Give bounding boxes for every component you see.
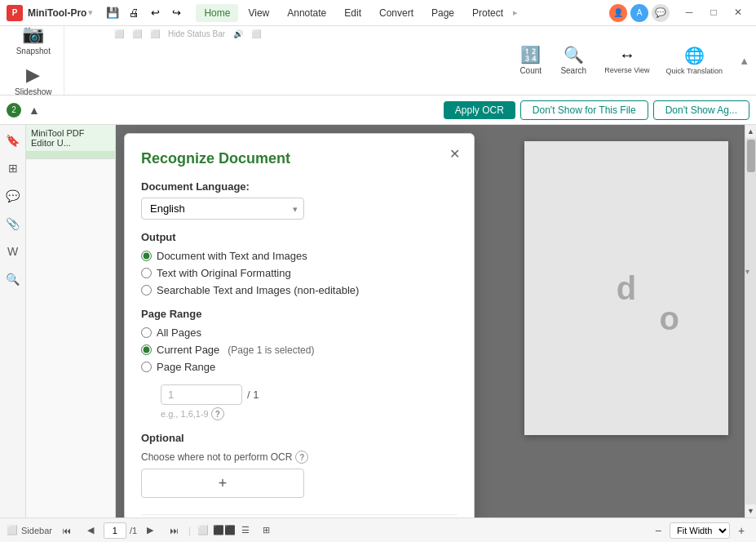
notif-bar: 2 ▲ Apply OCR Don't Show for This File D… xyxy=(0,96,756,125)
output-option-1[interactable]: Text with Original Formatting xyxy=(141,267,458,279)
sidebar-attach-icon[interactable]: 📎 xyxy=(2,213,24,234)
output-radio-1[interactable] xyxy=(141,268,152,278)
account-icon[interactable]: A xyxy=(630,4,648,22)
page-range-current-note: (Page 1 is selected) xyxy=(228,344,314,356)
dont-show-again-btn[interactable]: Don't Show Ag... xyxy=(653,100,749,120)
menu-protect[interactable]: Protect xyxy=(464,4,511,22)
optional-section-title: Optional xyxy=(141,432,458,444)
snapshot-btn[interactable]: 📷 Snapshot xyxy=(10,20,57,60)
page-back-start-btn[interactable]: ⏮ xyxy=(55,524,77,537)
snapshot-label: Snapshot xyxy=(16,47,51,56)
doc-language-group: Document Language: English Chinese (Simp… xyxy=(141,180,458,220)
close-btn[interactable]: ✕ xyxy=(727,4,749,20)
page-range-label-all: All Pages xyxy=(157,327,201,339)
apply-ocr-btn[interactable]: Apply OCR xyxy=(444,101,515,119)
ribbon-expand-btn[interactable]: ▲ xyxy=(736,26,753,95)
dialog-title: Recognize Document xyxy=(141,150,458,167)
zoom-select[interactable]: Fit Width Fit Page 100% 150% xyxy=(670,522,730,539)
quick-translation-btn[interactable]: 🌐 Quick Translation xyxy=(660,42,730,79)
doc-language-label: Document Language: xyxy=(141,180,458,193)
thumbnail-view-btn[interactable]: ⊞ xyxy=(258,522,276,540)
ribbon-right-tools: 🔢 Count 🔍 Search ↔ Reverse View 🌐 Quick … xyxy=(512,26,736,95)
count-btn[interactable]: 🔢 Count xyxy=(512,42,549,79)
zoom-out-btn[interactable]: − xyxy=(650,522,666,539)
page-range-radio-current[interactable] xyxy=(141,344,152,355)
slideshow-label: Slideshow xyxy=(15,87,52,97)
notif-badge: 2 xyxy=(7,103,21,118)
ribbon: ⬜⬜⬜ Hide Status Bar 🔊⬜ 📷 Snapshot ▶ Slid… xyxy=(0,26,756,96)
single-page-view-btn[interactable]: ⬜ xyxy=(194,522,212,540)
reverse-view-btn[interactable]: ↔ Reverse View xyxy=(598,42,656,78)
page-back-btn[interactable]: ◀ xyxy=(81,523,100,537)
page-number-input[interactable] xyxy=(104,522,126,539)
language-select[interactable]: English Chinese (Simplified) French Germ… xyxy=(141,198,304,220)
user-avatar[interactable]: 👤 xyxy=(609,4,627,22)
output-section-title: Output xyxy=(141,231,458,243)
optional-hint: Choose where not to perform OCR ? xyxy=(141,451,458,464)
page-forward-end-btn[interactable]: ⏭ xyxy=(163,524,185,537)
minimize-btn[interactable]: ─ xyxy=(678,4,701,20)
sidebar-grid-icon[interactable]: ⊞ xyxy=(2,158,24,179)
sidebar-bookmark-icon[interactable]: 🔖 xyxy=(2,130,24,151)
output-radio-2[interactable] xyxy=(141,285,152,295)
scroll-down-btn[interactable]: ▼ xyxy=(745,504,757,518)
page-range-option-current[interactable]: Current Page (Page 1 is selected) xyxy=(141,344,458,356)
page-range-option-all[interactable]: All Pages xyxy=(141,327,458,339)
scroll-track[interactable] xyxy=(745,138,756,504)
chat-icon[interactable]: 💬 xyxy=(652,4,670,22)
output-option-0[interactable]: Document with Text and Images xyxy=(141,250,458,262)
undo-btn[interactable]: ↩ xyxy=(145,3,165,23)
page-forward-btn[interactable]: ▶ xyxy=(140,523,160,537)
add-ocr-exclusion-btn[interactable]: + xyxy=(141,469,304,498)
zoom-in-btn[interactable]: + xyxy=(733,522,749,539)
sidebar-word-icon[interactable]: W xyxy=(2,241,24,262)
quick-translation-label: Quick Translation xyxy=(666,67,723,76)
page-range-label-custom: Page Range xyxy=(157,361,215,373)
page-range-group: Page Range All Pages Current Page (Page … xyxy=(141,308,458,420)
optional-help-icon[interactable]: ? xyxy=(295,451,308,464)
menu-more[interactable]: ▸ xyxy=(513,7,518,18)
redo-btn[interactable]: ↪ xyxy=(166,3,186,23)
main-layout: 🔖 ⊞ 💬 📎 W 🔍 MiniTool PDF Editor U... d o… xyxy=(0,125,756,518)
scroll-up-btn[interactable]: ▲ xyxy=(745,125,757,138)
add-icon: + xyxy=(219,475,228,492)
maximize-btn[interactable]: □ xyxy=(702,4,725,20)
menu-home[interactable]: Home xyxy=(196,4,238,22)
save-btn[interactable]: 💾 xyxy=(103,3,122,23)
file-panel-title: MiniTool PDF Editor U... xyxy=(31,128,84,148)
slideshow-btn[interactable]: ▶ Slideshow xyxy=(8,61,59,100)
output-label-1: Text with Original Formatting xyxy=(157,267,291,279)
page-range-option-custom[interactable]: Page Range xyxy=(141,361,458,373)
content-area: d o ✕ Recognize Document Document Langua… xyxy=(116,125,745,518)
output-radio-0[interactable] xyxy=(141,251,152,261)
file-panel-header: MiniTool PDF Editor U... xyxy=(26,125,115,152)
menu-page[interactable]: Page xyxy=(423,4,462,22)
output-label-0: Document with Text and Images xyxy=(157,250,307,262)
page-range-section-title: Page Range xyxy=(141,308,458,320)
page-range-input[interactable] xyxy=(161,384,242,405)
search-btn[interactable]: 🔍 Search xyxy=(552,42,595,79)
notif-expand-btn[interactable]: ▲ xyxy=(26,102,42,118)
optional-section: Optional Choose where not to perform OCR… xyxy=(141,432,458,498)
page-range-help-icon[interactable]: ? xyxy=(211,407,224,420)
output-option-2[interactable]: Searchable Text and Images (non-editable… xyxy=(141,284,458,296)
dont-show-file-btn[interactable]: Don't Show for This File xyxy=(520,100,648,120)
left-sidebar: 🔖 ⊞ 💬 📎 W 🔍 xyxy=(0,125,26,518)
right-scrollbar: ▲ ▼ xyxy=(745,125,756,518)
scroll-view-btn[interactable]: ☰ xyxy=(237,522,254,540)
page-range-radio-all[interactable] xyxy=(141,327,152,338)
file-panel: MiniTool PDF Editor U... xyxy=(26,125,116,518)
page-range-radio-custom[interactable] xyxy=(141,362,152,372)
double-page-view-btn[interactable]: ⬛⬛ xyxy=(215,522,233,540)
menu-view[interactable]: View xyxy=(240,4,277,22)
menu-annotate[interactable]: Annotate xyxy=(279,4,334,22)
sidebar-search-icon[interactable]: 🔍 xyxy=(2,269,24,290)
file-item[interactable] xyxy=(26,152,115,159)
page-range-label-current: Current Page xyxy=(157,344,219,356)
menu-edit[interactable]: Edit xyxy=(336,4,369,22)
sidebar-comment-icon[interactable]: 💬 xyxy=(2,185,24,207)
menu-convert[interactable]: Convert xyxy=(371,4,422,22)
dialog-close-btn[interactable]: ✕ xyxy=(444,144,464,163)
print-btn[interactable]: 🖨 xyxy=(124,3,144,23)
window-controls: 👤 A 💬 ─ □ ✕ xyxy=(603,4,749,22)
